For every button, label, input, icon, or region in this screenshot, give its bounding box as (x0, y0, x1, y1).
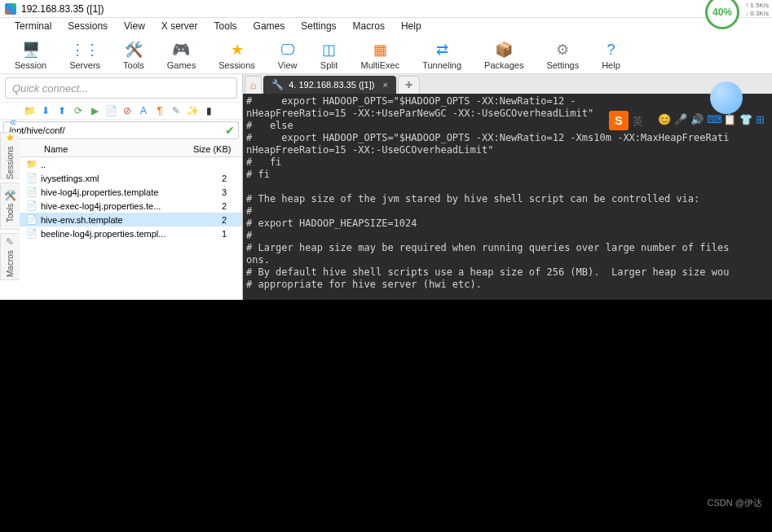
help-icon: ? (602, 41, 620, 59)
file-list: 📁..📄ivysettings.xml2📄hive-log4j.properti… (0, 157, 242, 300)
ime-icon-6[interactable]: ⊞ (756, 113, 769, 126)
tool-label: Tunneling (422, 60, 461, 70)
menu-help[interactable]: Help (401, 20, 421, 32)
new-file-icon[interactable]: 📄 (104, 104, 117, 117)
ime-icon-3[interactable]: ⌨ (707, 113, 720, 126)
tool-label: View (278, 60, 298, 70)
file-row[interactable]: 📄beeline-log4j.properties.templ...1 (0, 226, 242, 240)
file-row[interactable]: 📄hive-log4j.properties.template3 (0, 185, 242, 199)
file-name: hive-env.sh.template (41, 215, 206, 225)
ime-icon-5[interactable]: 👕 (739, 113, 752, 126)
tool-packages[interactable]: 📦Packages (484, 41, 523, 70)
tool-label: Sessions (218, 60, 255, 70)
tool-servers[interactable]: ⋮⋮Servers (69, 41, 100, 70)
tool-settings[interactable]: ⚙Settings (546, 41, 579, 70)
side-tab-label: Tools (6, 204, 15, 222)
delete-icon[interactable]: ⊘ (121, 104, 134, 117)
side-tab-tools[interactable]: Tools🛠️ (0, 182, 20, 230)
tool-split[interactable]: ◫Split (320, 41, 338, 70)
file-size: 2 (206, 215, 242, 225)
tools-icon: 🛠️ (4, 190, 16, 201)
tool-label: MultiExec (361, 60, 400, 70)
tab-label: 4. 192.168.83.35 ([1]) (289, 80, 374, 90)
menu-sessions[interactable]: Sessions (68, 20, 108, 32)
tool-label: Settings (546, 60, 579, 70)
ime-icon-4[interactable]: 📋 (723, 113, 736, 126)
wand-icon[interactable]: ✨ (186, 104, 199, 117)
side-tab-macros[interactable]: Macros✎ (0, 233, 20, 280)
folder-icon[interactable]: 📁 (23, 104, 36, 117)
tool-help[interactable]: ?Help (602, 41, 620, 70)
home-icon: ⌂ (250, 80, 256, 91)
macros-icon: ✎ (7, 236, 15, 248)
session-icon: 🔧 (271, 79, 284, 90)
file-icon: 📄 (26, 200, 37, 212)
menu-x-server[interactable]: X server (161, 20, 198, 32)
tool-multiexec[interactable]: ▦MultiExec (361, 41, 400, 70)
folder-icon: 📁 (26, 159, 37, 170)
quick-connect-placeholder: Quick connect... (12, 82, 88, 95)
ime-icon-2[interactable]: 🔊 (690, 113, 704, 126)
ime-badge[interactable]: S (609, 111, 629, 130)
tool-label: Games (167, 60, 196, 70)
file-row[interactable]: 📄hive-env.sh.template2 (0, 213, 242, 226)
tool-label: Packages (484, 60, 523, 70)
file-name: beeline-log4j.properties.templ... (41, 229, 206, 239)
tool-session[interactable]: 🖥️Session (15, 41, 46, 70)
tab-new[interactable]: ✚ (398, 76, 420, 94)
file-icon: 📄 (26, 173, 37, 184)
tool-tunneling[interactable]: ⇄Tunneling (422, 41, 461, 70)
ime-icon-1[interactable]: 🎤 (674, 113, 687, 126)
menu-view[interactable]: View (124, 20, 145, 32)
edit-icon[interactable]: ✎ (170, 104, 183, 117)
upload-icon[interactable]: ⬆ (55, 104, 68, 117)
new-folder-icon[interactable]: ▶ (88, 104, 101, 117)
menu-terminal[interactable]: Terminal (15, 20, 51, 32)
terminal-icon[interactable]: ▮ (202, 104, 215, 117)
tool-sessions[interactable]: ★Sessions (218, 41, 255, 70)
quick-connect-input[interactable]: Quick connect... (5, 77, 237, 99)
ime-icon-0[interactable]: 😊 (658, 113, 671, 126)
close-tab-icon[interactable]: × (382, 80, 387, 90)
file-row[interactable]: 📄ivysettings.xml2 (0, 171, 242, 185)
font-icon[interactable]: A (137, 104, 150, 117)
menu-games[interactable]: Games (254, 20, 285, 32)
tools-icon: 🛠️ (125, 41, 143, 59)
file-row[interactable]: 📁.. (0, 157, 242, 171)
col-name[interactable]: Name (16, 144, 193, 154)
tab-strip: ⌂ 🔧 4. 192.168.83.35 ([1]) × ✚ (243, 74, 772, 94)
split-icon: ◫ (320, 41, 338, 59)
file-name: hive-exec-log4j.properties.te... (41, 201, 206, 211)
refresh-icon[interactable]: ⟳ (72, 104, 85, 117)
menubar: TerminalSessionsViewX serverToolsGamesSe… (0, 18, 772, 34)
menu-settings[interactable]: Settings (301, 20, 336, 32)
path-ok-icon: ✔ (225, 124, 235, 137)
view-icon: 🖵 (279, 41, 297, 59)
titlebar: 192.168.83.35 ([1]) (0, 0, 772, 18)
path-input[interactable]: /opt/hive/conf/ ✔ (3, 121, 239, 139)
filter-icon[interactable]: ¶ (153, 104, 166, 117)
tab-home[interactable]: ⌂ (245, 76, 262, 94)
menu-tools[interactable]: Tools (214, 20, 237, 32)
file-list-header: ▴ Name Size (KB) (0, 141, 242, 157)
window-title: 192.168.83.35 ([1]) (21, 3, 104, 15)
download-icon[interactable]: ⬇ (39, 104, 52, 117)
ime-label: 英 (633, 114, 643, 129)
tab-session-active[interactable]: 🔧 4. 192.168.83.35 ([1]) × (263, 76, 396, 94)
tool-tools[interactable]: 🛠️Tools (123, 41, 144, 70)
menu-macros[interactable]: Macros (353, 20, 385, 32)
file-row[interactable]: 📄hive-exec-log4j.properties.te...2 (0, 199, 242, 213)
session-icon: 🖥️ (22, 41, 40, 59)
tool-label: Help (602, 60, 620, 70)
plus-icon: ✚ (405, 80, 412, 90)
network-stats: 1.5K/s 0.3K/s (745, 2, 769, 17)
net-down: 0.3K/s (745, 10, 769, 18)
side-tab-sessions[interactable]: Sessions★ (0, 132, 20, 179)
tool-games[interactable]: 🎮Games (167, 41, 196, 70)
file-icon: 📄 (26, 228, 37, 240)
sessions-icon: ★ (228, 41, 246, 59)
col-size[interactable]: Size (KB) (193, 144, 242, 154)
file-icon: 📄 (26, 214, 37, 226)
side-tab-label: Macros (6, 250, 15, 277)
tool-view[interactable]: 🖵View (278, 41, 298, 70)
